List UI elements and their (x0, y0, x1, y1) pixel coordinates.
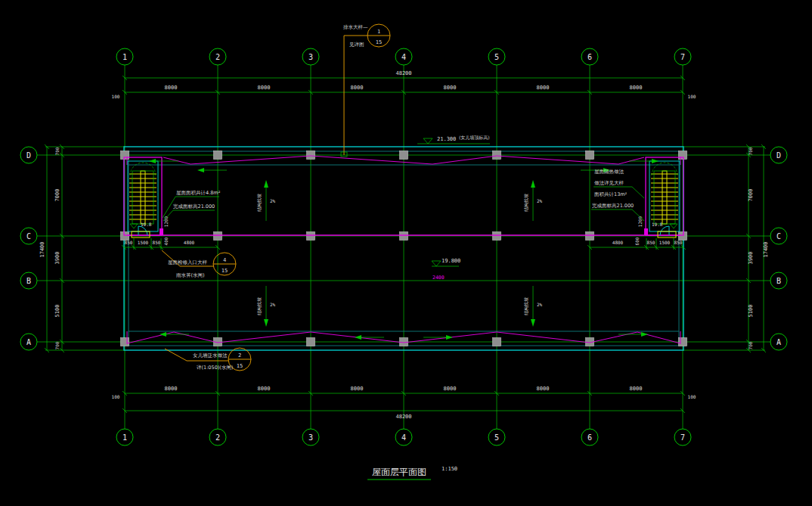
grid-bubble-col-top: 7 (674, 48, 691, 65)
grid-row-label: A (776, 338, 781, 346)
grid-col-label: 2 (215, 433, 220, 442)
grid-bubble-col-top: 2 (209, 48, 226, 65)
callout-entry: 4 15 屋面检修入口大样 雨水箅(水闸) (162, 250, 236, 278)
dim-stair: 850 (674, 240, 683, 245)
grid-bubble-row-right: C (770, 228, 787, 244)
callout-sheet: 15 (376, 39, 382, 45)
callout-parapet-label: 女儿墙泛水做法 (193, 352, 228, 359)
dim-row: 700 (54, 341, 60, 349)
cad-drawing-viewport[interactable]: 1 2 3 4 5 6 7 1 2 3 4 5 6 7 D C B A D C … (0, 0, 812, 506)
elevation-parapet-value: 21.300 (437, 136, 456, 142)
slope-text-label: 结构找坡 (523, 297, 529, 315)
drawing-title: 屋面层平面图 (372, 467, 426, 477)
callout-parapet: 2 15 女儿墙泛水做法 详(1:050)(水闸) (165, 348, 251, 371)
note-left-stair: 屋面面积共计4.8m² 完成面标高21.000 (163, 190, 221, 221)
dim-total-height: 17400 (763, 241, 769, 257)
drawing-scale: 1:150 (442, 466, 457, 472)
dim-bay: 8000 (537, 386, 550, 392)
dim-bay: 8000 (351, 386, 364, 392)
note-line: 屋面隔热做法 (594, 169, 624, 175)
grid-row-label: C (26, 232, 31, 241)
dim-bay: 8000 (165, 85, 178, 91)
dim-row: 700 (54, 147, 60, 155)
slope-text-label: 结构找坡 (256, 194, 262, 212)
dim-stair: 1500 (659, 240, 671, 245)
slope-percent-label: 2% (537, 302, 543, 307)
grid-bubble-row-left: C (20, 228, 37, 244)
grid-row-label: B (776, 277, 781, 285)
grid-col-label: 7 (680, 53, 685, 61)
grid-bubble-row-right: B (770, 272, 787, 289)
dim-bay: 8000 (630, 386, 643, 392)
callout-number: 4 (223, 257, 226, 263)
grid-col-label: 4 (401, 433, 406, 442)
callout-drain-note: 见详图 (349, 42, 364, 48)
grid-col-label: 3 (308, 433, 313, 442)
grid-col-label: 5 (494, 433, 499, 442)
note-line: 屋面面积共计4.8m² (176, 190, 221, 196)
elevation-markers: 21.300 (女儿墙顶标高) 19.800 2400 (417, 135, 490, 281)
dim-stair: 850 (125, 240, 133, 245)
slope-percent-label: 2% (537, 198, 543, 203)
grid-bubble-col-top: 6 (581, 48, 598, 65)
grid-col-label: 6 (587, 433, 592, 442)
grid-row-label: B (26, 277, 31, 285)
dim-row: 7000 (748, 189, 754, 202)
dim-stair-bay: 4800 (612, 240, 624, 245)
dim-bay: 8000 (537, 85, 550, 91)
grid-bubble-row-left: A (20, 334, 37, 350)
grid-col-label: 5 (494, 53, 499, 61)
grid-col-label: 2 (215, 53, 220, 61)
elevation-roof-value: 19.800 (442, 258, 460, 264)
grid-bubble-col-bottom: 6 (581, 429, 598, 445)
dim-total-width-bottom: 48200 (395, 414, 411, 420)
dimensions-left: 700 7000 3900 5100 700 17400 (39, 144, 64, 352)
grid-bubble-col-top: 5 (488, 48, 505, 65)
ridge-offset-label: 2400 (432, 275, 445, 281)
dim-edge-offset: 100 (688, 94, 696, 99)
dim-row: 700 (748, 147, 753, 155)
grid-col-label: 4 (401, 53, 406, 61)
dim-stair-bay: 4800 (184, 240, 195, 245)
grid-col-label: 7 (680, 433, 685, 442)
stair-left: 19.8 (124, 157, 163, 237)
dim-stair-vert: 1200 (163, 216, 169, 227)
dim-total-width-top: 48200 (395, 70, 411, 76)
dim-row: 3900 (54, 252, 60, 265)
cad-canvas[interactable]: 1 2 3 4 5 6 7 1 2 3 4 5 6 7 D C B A D C … (0, 0, 812, 506)
stair-elevation-label: 19.8 (652, 222, 663, 227)
grid-bubble-row-left: D (20, 147, 37, 163)
dim-stair: 850 (647, 240, 655, 245)
grid-bubble-row-left: B (20, 272, 37, 289)
elevation-parapet: 21.300 (女儿墙顶标高) (417, 135, 490, 144)
stair-elevation-label: 19.8 (141, 222, 152, 227)
dim-bay: 8000 (444, 386, 457, 392)
callout-number: 2 (238, 352, 241, 359)
dim-bay: 8000 (444, 85, 457, 91)
grid-lines (37, 65, 770, 429)
grid-row-label: A (26, 338, 31, 346)
callout-entry-label: 屋面检修入口大样 (168, 259, 208, 265)
grid-col-label: 1 (122, 53, 127, 61)
grid-bubble-row-right: D (770, 147, 787, 163)
slope-percent-label: 2% (270, 302, 276, 307)
callout-entry-note: 雨水箅(水闸) (176, 272, 205, 278)
dim-row: 7000 (54, 189, 60, 202)
stair-right: 19.8 (644, 157, 683, 237)
callout-drain: 1 15 排水大样— 见详图 (341, 24, 390, 157)
callout-drain-label: 排水大样— (343, 24, 368, 30)
grid-col-label: 1 (122, 433, 127, 442)
dim-stair-vert: 400 (163, 237, 169, 245)
grid-row-label: C (776, 232, 781, 241)
grid-bubble-col-bottom: 3 (302, 429, 319, 445)
dim-total-height: 17400 (39, 241, 45, 257)
note-line: 完成面标高21.000 (173, 203, 215, 210)
grid-row-label: D (26, 151, 31, 160)
dim-row: 5100 (54, 305, 60, 318)
grid-bubble-col-bottom: 4 (395, 429, 412, 445)
grid-bubble-col-top: 3 (302, 48, 319, 65)
dim-bay: 8000 (351, 85, 364, 91)
slope-arrow-up: 2% 结构找坡 (523, 180, 543, 221)
note-line: 面积共计13m² (594, 191, 628, 197)
callout-number: 1 (377, 29, 380, 35)
